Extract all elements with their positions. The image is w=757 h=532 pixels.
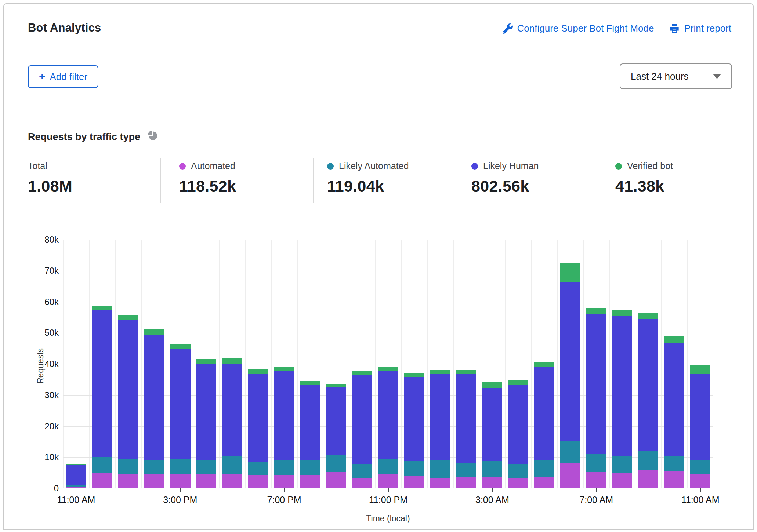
stacked-bar[interactable] <box>482 382 502 488</box>
bar-segment-likely_human[interactable] <box>534 367 554 460</box>
bar-segment-likely_human[interactable] <box>430 374 450 460</box>
bar-segment-likely_human[interactable] <box>196 364 216 461</box>
bar-segment-likely_human[interactable] <box>352 375 372 464</box>
bar-segment-likely_automated[interactable] <box>404 461 424 476</box>
bar-segment-likely_human[interactable] <box>118 320 138 459</box>
stacked-bar[interactable] <box>118 315 138 488</box>
bar-segment-verified_bot[interactable] <box>560 263 580 282</box>
bar-segment-likely_human[interactable] <box>248 374 268 462</box>
stacked-bar[interactable] <box>508 380 528 488</box>
bar-segment-automated[interactable] <box>274 475 294 488</box>
bar-segment-likely_automated[interactable] <box>430 460 450 478</box>
stacked-bar[interactable] <box>586 308 606 488</box>
bar-segment-automated[interactable] <box>144 474 164 488</box>
bar-segment-verified_bot[interactable] <box>170 344 191 349</box>
bar-segment-automated[interactable] <box>456 477 476 488</box>
bar-segment-likely_human[interactable] <box>170 349 191 459</box>
bar-segment-automated[interactable] <box>300 475 320 488</box>
bar-segment-automated[interactable] <box>352 478 372 488</box>
bar-segment-automated[interactable] <box>222 474 242 488</box>
bar-segment-likely_human[interactable] <box>326 387 346 454</box>
stacked-bar[interactable] <box>456 370 476 488</box>
bar-segment-likely_automated[interactable] <box>118 459 138 475</box>
stacked-bar[interactable] <box>404 373 424 488</box>
bar-segment-likely_human[interactable] <box>638 319 658 451</box>
bar-segment-verified_bot[interactable] <box>92 306 112 310</box>
bar-segment-likely_human[interactable] <box>456 374 476 463</box>
bar-segment-verified_bot[interactable] <box>300 381 320 385</box>
bar-segment-verified_bot[interactable] <box>222 358 242 364</box>
stacked-bar[interactable] <box>248 369 268 488</box>
bar-segment-likely_human[interactable] <box>586 314 606 454</box>
bar-segment-likely_automated[interactable] <box>326 455 346 473</box>
configure-super-bot-fight-mode-link[interactable]: Configure Super Bot Fight Mode <box>503 23 654 34</box>
bar-segment-verified_bot[interactable] <box>274 367 294 371</box>
bar-segment-automated[interactable] <box>118 474 138 488</box>
time-range-dropdown[interactable]: Last 24 hours <box>620 63 732 89</box>
bar-segment-likely_human[interactable] <box>222 364 242 456</box>
bar-segment-likely_human[interactable] <box>378 371 398 459</box>
bar-segment-likely_human[interactable] <box>144 335 164 460</box>
bar-segment-likely_automated[interactable] <box>482 461 502 476</box>
bar-segment-likely_human[interactable] <box>690 374 710 460</box>
bar-segment-verified_bot[interactable] <box>144 329 164 335</box>
bar-segment-automated[interactable] <box>196 474 216 488</box>
stacked-bar[interactable] <box>196 359 216 488</box>
stacked-bar[interactable] <box>274 367 294 488</box>
bar-segment-verified_bot[interactable] <box>326 384 346 387</box>
bar-segment-likely_automated[interactable] <box>664 456 684 471</box>
bar-segment-automated[interactable] <box>508 478 528 488</box>
bar-segment-automated[interactable] <box>586 472 606 488</box>
bar-segment-likely_automated[interactable] <box>638 451 658 469</box>
bar-segment-automated[interactable] <box>404 476 424 488</box>
bar-segment-likely_automated[interactable] <box>300 460 320 475</box>
bar-segment-verified_bot[interactable] <box>196 359 216 364</box>
bar-segment-likely_automated[interactable] <box>456 463 476 477</box>
bar-segment-likely_automated[interactable] <box>274 460 294 475</box>
stacked-bar[interactable] <box>144 329 164 488</box>
bar-segment-likely_human[interactable] <box>274 371 294 460</box>
print-report-link[interactable]: Print report <box>669 23 731 34</box>
bar-segment-verified_bot[interactable] <box>378 367 398 370</box>
stacked-bar[interactable] <box>170 344 191 488</box>
stacked-bar[interactable] <box>352 371 372 488</box>
stacked-bar[interactable] <box>430 370 450 488</box>
bar-segment-likely_automated[interactable] <box>144 460 164 474</box>
bar-segment-likely_human[interactable] <box>612 316 632 456</box>
bar-segment-verified_bot[interactable] <box>690 365 710 374</box>
bar-segment-likely_human[interactable] <box>482 388 502 461</box>
bar-segment-likely_automated[interactable] <box>222 456 242 474</box>
bar-segment-automated[interactable] <box>92 473 112 488</box>
stacked-bar[interactable] <box>638 313 658 488</box>
stacked-bar[interactable] <box>66 464 86 488</box>
bar-segment-automated[interactable] <box>248 475 268 488</box>
bar-segment-likely_automated[interactable] <box>92 457 112 473</box>
bar-segment-automated[interactable] <box>664 471 684 488</box>
bar-segment-likely_human[interactable] <box>508 385 528 464</box>
bar-segment-likely_automated[interactable] <box>196 460 216 474</box>
bar-segment-likely_human[interactable] <box>300 385 320 460</box>
bar-segment-verified_bot[interactable] <box>664 336 684 343</box>
bar-segment-verified_bot[interactable] <box>638 313 658 319</box>
bar-segment-likely_automated[interactable] <box>378 459 398 474</box>
bar-segment-automated[interactable] <box>66 487 86 488</box>
bar-segment-verified_bot[interactable] <box>352 371 372 375</box>
bar-segment-verified_bot[interactable] <box>456 370 476 374</box>
bar-segment-likely_human[interactable] <box>66 465 86 485</box>
stacked-bar[interactable] <box>378 367 398 488</box>
stacked-bar[interactable] <box>300 381 320 488</box>
bar-segment-likely_automated[interactable] <box>170 459 191 474</box>
bar-segment-automated[interactable] <box>482 477 502 488</box>
bar-segment-automated[interactable] <box>560 463 580 488</box>
bar-segment-verified_bot[interactable] <box>430 370 450 374</box>
bar-segment-likely_automated[interactable] <box>534 460 554 477</box>
stacked-bar[interactable] <box>612 310 632 488</box>
bar-segment-verified_bot[interactable] <box>534 362 554 367</box>
bar-segment-likely_human[interactable] <box>404 377 424 461</box>
stacked-bar[interactable] <box>690 365 710 488</box>
stacked-bar[interactable] <box>326 384 346 488</box>
bar-segment-automated[interactable] <box>612 473 632 488</box>
stacked-bar[interactable] <box>534 362 554 488</box>
bar-segment-verified_bot[interactable] <box>248 369 268 374</box>
bar-segment-likely_automated[interactable] <box>508 464 528 478</box>
